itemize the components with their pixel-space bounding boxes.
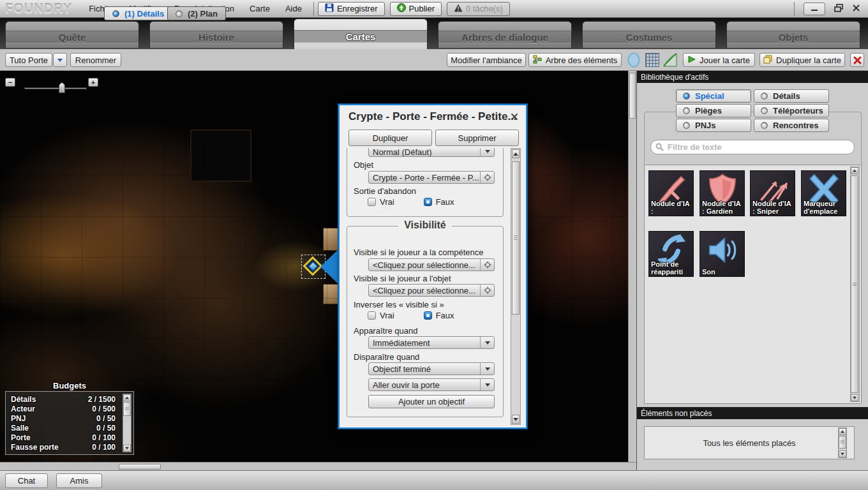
select-tool-icon[interactable] <box>625 52 642 71</box>
menu-aide[interactable]: Aide <box>278 1 310 17</box>
delete-object-button[interactable]: Supprimer <box>435 130 519 146</box>
behavior-dropdown[interactable]: Normal (Défaut) <box>368 148 495 157</box>
crosshair-icon[interactable] <box>480 259 494 271</box>
asset-grid-scrollbar[interactable] <box>850 167 860 402</box>
tab-histoire[interactable]: Histoire <box>149 21 283 48</box>
asset-son[interactable]: Son <box>700 231 745 277</box>
red-x-icon <box>853 56 862 64</box>
tab-costumes[interactable]: Costumes <box>582 21 716 48</box>
category-pnjs-button[interactable]: PNJs <box>676 119 751 132</box>
map-select-caret[interactable] <box>53 53 67 67</box>
invert-visible-label: Inverser les « visible si » <box>354 300 444 309</box>
visible-object-dropdown[interactable]: <Cliquez pour sélectionne... <box>368 284 495 297</box>
zoom-in-button[interactable]: + <box>88 78 98 87</box>
grid-tool-icon[interactable] <box>645 52 660 70</box>
disappear-when-dropdown[interactable]: Objectif terminé <box>368 362 495 375</box>
speaker-icon <box>705 233 740 267</box>
filter-text-input[interactable] <box>650 140 855 154</box>
checkbox-off-icon <box>368 311 376 320</box>
asset-grid: Nodule d'IA : Nodule d'IA : Gardien Nodu… <box>644 165 862 404</box>
radio-vrai[interactable]: Vrai <box>368 311 394 320</box>
dialog-scroll-viewport: Normal (Défaut) Objet Crypte - Porte - F… <box>345 148 505 425</box>
unplaced-elements-panel: Tous les éléments placés <box>644 426 855 459</box>
foundry-editor-window: FOUNDRY Fichier Modifier Respécialisatio… <box>0 0 868 490</box>
tab-quete[interactable]: Quête <box>5 21 139 48</box>
scroll-up-arrow[interactable] <box>512 149 520 158</box>
asset-nodule-ia-gardien[interactable]: Nodule d'IA : Gardien <box>700 170 745 216</box>
asset-point-reapparition[interactable]: Point de réappariti <box>648 231 694 277</box>
zoom-out-button[interactable]: − <box>5 78 15 87</box>
radio-faux[interactable]: Faux <box>424 197 454 207</box>
budget-row: Acteur0 / 500 <box>11 405 116 413</box>
friends-button[interactable]: Amis <box>56 473 102 488</box>
unplaced-empty-text: Tous les éléments placés <box>703 438 795 448</box>
budget-row: Détails2 / 1500 <box>11 395 116 404</box>
duplicate-object-button[interactable]: Dupliquer <box>348 130 432 146</box>
objective-dropdown[interactable]: Aller ouvir la porte <box>368 378 495 391</box>
category-rencontres-button[interactable]: Rencontres <box>754 119 829 132</box>
dialog-scrollbar[interactable] <box>511 148 521 425</box>
scroll-down-arrow[interactable] <box>512 415 520 424</box>
asset-library-sidebar: Bibliothèque d'actifs Spécial Détails Pi… <box>636 71 868 470</box>
asset-nodule-ia-sniper[interactable]: Nodule d'IA : Sniper <box>750 170 795 216</box>
asset-nodule-ia[interactable]: Nodule d'IA : <box>648 170 694 216</box>
duplicate-map-button[interactable]: Dupliquer la carte <box>760 53 845 67</box>
zoom-slider-track[interactable] <box>24 87 87 89</box>
chevron-down-icon <box>480 148 494 156</box>
edit-ambiance-button[interactable]: Modifier l'ambiance <box>447 53 526 67</box>
view-details-button[interactable]: (1) Détails <box>104 6 172 20</box>
object-picker-dropdown[interactable]: Crypte - Porte - Fermée - P... <box>368 171 495 184</box>
budgets-scrollbar[interactable] <box>123 394 131 452</box>
crosshair-icon[interactable] <box>480 172 494 183</box>
chat-button[interactable]: Chat <box>5 473 48 488</box>
budgets-title: Budgets <box>5 381 134 390</box>
minimize-button[interactable] <box>804 3 825 15</box>
rename-button[interactable]: Renommer <box>70 53 121 67</box>
map-horizontal-scrollbar[interactable] <box>0 462 636 470</box>
map-horizontal-scrollbar-thumb[interactable] <box>119 464 161 470</box>
unplaced-scrollbar[interactable] <box>838 427 847 458</box>
category-pieges-button[interactable]: Pièges <box>676 104 751 117</box>
budget-row: Porte0 / 100 <box>11 433 116 442</box>
category-teleporteurs-button[interactable]: Téléporteurs <box>754 104 829 117</box>
dialog-scrollbar-thumb[interactable] <box>512 161 520 315</box>
category-special-button[interactable]: Spécial <box>676 89 751 103</box>
close-button[interactable] <box>852 3 860 15</box>
element-tree-button[interactable]: Arbre des éléments <box>528 53 622 67</box>
asset-marqueur-emplacement[interactable]: Marqueur d'emplace <box>801 170 846 216</box>
map-pit <box>191 131 250 181</box>
slope-tool-icon[interactable] <box>662 52 678 70</box>
door-properties-dialog: Crypte - Porte - Fermée - Petite... Dupl… <box>338 104 527 429</box>
checkbox-on-icon <box>424 311 432 320</box>
disappear-when-label: Disparaître quand <box>354 352 419 362</box>
add-objective-button[interactable]: Ajouter un objectif <box>368 395 495 408</box>
menubar-separator <box>313 2 314 16</box>
tasks-button[interactable]: 0 tâche(s) <box>447 2 510 16</box>
dialog-title: Crypte - Porte - Fermée - Petite... <box>348 110 517 123</box>
crosshair-icon[interactable] <box>480 285 494 296</box>
play-map-button[interactable]: Jouer la carte <box>683 53 755 67</box>
view-plan-button[interactable]: (2) Plan <box>167 6 226 20</box>
dialog-close-button[interactable] <box>509 112 520 122</box>
play-icon <box>688 56 696 65</box>
save-button[interactable]: Enregistrer <box>318 2 385 16</box>
menu-carte[interactable]: Carte <box>242 1 278 17</box>
appear-when-dropdown[interactable]: Immédiatement <box>368 336 495 349</box>
visible-object-label: Visible si le joueur a l'objet <box>354 274 451 283</box>
budget-row: Salle0 / 50 <box>11 424 116 433</box>
visible-skill-label: Visible si le joueur a la compétence <box>354 248 484 257</box>
radio-faux[interactable]: Faux <box>424 311 454 320</box>
delete-map-button[interactable] <box>850 53 864 67</box>
tab-objets[interactable]: Objets <box>726 21 860 48</box>
visible-skill-dropdown[interactable]: <Cliquez pour sélectionne... <box>368 258 495 271</box>
radio-vrai[interactable]: Vrai <box>368 197 394 207</box>
map-vertical-scrollbar[interactable] <box>628 71 636 462</box>
category-details-button[interactable]: Détails <box>754 89 829 103</box>
tab-arbres-de-dialogue[interactable]: Arbres de dialogue <box>438 21 572 48</box>
map-select-dropdown[interactable]: Tuto Porte <box>5 53 52 67</box>
map-vertical-scrollbar-thumb[interactable] <box>629 73 636 119</box>
restore-button[interactable] <box>834 3 843 15</box>
tab-cartes[interactable]: Cartes <box>294 19 428 49</box>
publish-button[interactable]: Publier <box>390 2 442 16</box>
floppy-disk-icon <box>325 3 334 14</box>
